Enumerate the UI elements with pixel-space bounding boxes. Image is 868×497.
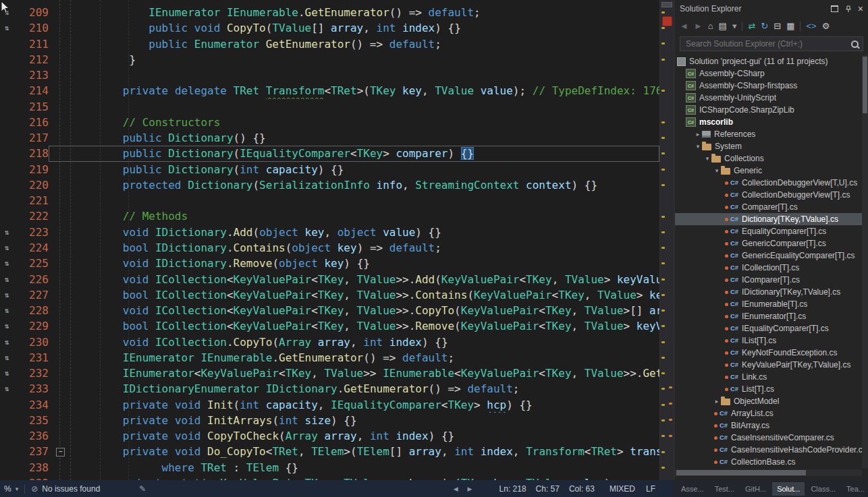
search-input[interactable] bbox=[684, 38, 848, 49]
code-line-221[interactable]: 221 bbox=[0, 193, 659, 208]
nav-back-icon[interactable]: ◄ bbox=[680, 22, 688, 30]
code-text[interactable]: void IDictionary.Add(object key, object … bbox=[49, 225, 659, 240]
refresh-icon[interactable]: ↻ bbox=[761, 22, 768, 30]
code-line-219[interactable]: 219 public Dictionary(int capacity) {} bbox=[0, 162, 659, 177]
tree-vertical-scrollbar[interactable] bbox=[862, 55, 868, 468]
char-indicator[interactable]: Ch: 57 bbox=[536, 484, 560, 494]
line-number[interactable]: 209 bbox=[13, 5, 49, 20]
code-line-227[interactable]: ⇅227 bool ICollection<KeyValuePair<TKey,… bbox=[0, 287, 659, 303]
code-text[interactable]: public Enumerator GetEnumerator() => def… bbox=[49, 36, 659, 52]
code-line-229[interactable]: ⇅229 bool ICollection<KeyValuePair<TKey,… bbox=[0, 318, 659, 334]
code-text[interactable]: bool ICollection<KeyValuePair<TKey, TVal… bbox=[49, 287, 659, 303]
tree-item[interactable]: C#CaseInsensitiveHashCodeProvider.cs bbox=[675, 444, 862, 456]
switch-views-dropdown-icon[interactable]: ▾ bbox=[732, 22, 737, 30]
code-text[interactable] bbox=[49, 67, 659, 83]
collapse-arrow-icon[interactable]: ▾ bbox=[713, 167, 721, 174]
line-number[interactable]: 211 bbox=[13, 36, 49, 52]
line-number[interactable]: 224 bbox=[13, 240, 49, 256]
hscroll-left-icon[interactable]: ◀ bbox=[454, 486, 458, 492]
panel-title-bar[interactable]: Solution Explorer × bbox=[675, 0, 868, 18]
tree-item[interactable]: C#IEnumerator[T].cs bbox=[675, 310, 862, 322]
code-text[interactable]: public Dictionary() {} bbox=[49, 130, 659, 146]
editor-vertical-scrollbar[interactable] bbox=[659, 0, 674, 480]
tree-item[interactable]: C#CollectionDebuggerView[T].cs bbox=[675, 189, 862, 201]
implements-indicator-icon[interactable]: ⇅ bbox=[0, 334, 13, 350]
implements-indicator-icon[interactable]: ⇅ bbox=[0, 303, 13, 318]
collapse-arrow-icon[interactable]: ▾ bbox=[703, 155, 711, 162]
line-number[interactable]: 239 bbox=[13, 475, 49, 480]
line-number[interactable]: 226 bbox=[13, 272, 49, 287]
encoding-indicator[interactable]: MIXED bbox=[609, 484, 635, 494]
panel-tab-gith[interactable]: GitH... bbox=[740, 482, 771, 496]
code-line-220[interactable]: 220 protected Dictionary(SerializationIn… bbox=[0, 177, 659, 193]
line-number[interactable]: 213 bbox=[13, 67, 49, 83]
collapse-all-icon[interactable]: ⊟ bbox=[774, 22, 781, 30]
hscroll-right-icon[interactable]: ▶ bbox=[468, 486, 472, 492]
editor-split-handle[interactable] bbox=[661, 2, 672, 7]
line-number[interactable]: 216 bbox=[13, 115, 49, 130]
code-text[interactable]: where TRet : TElem {} bbox=[49, 460, 659, 475]
line-number[interactable]: 222 bbox=[13, 208, 49, 224]
search-icon[interactable] bbox=[851, 40, 859, 48]
tree-item[interactable]: C#IComparer[T].cs bbox=[675, 274, 862, 286]
collapse-arrow-icon[interactable]: ▾ bbox=[694, 143, 702, 150]
implements-indicator-icon[interactable]: ⇅ bbox=[0, 225, 13, 240]
tree-item[interactable]: C#GenericComparer[T].cs bbox=[675, 237, 862, 250]
code-text[interactable]: // Methods bbox=[49, 208, 659, 224]
tree-item[interactable]: C#KeyValuePair[TKey,TValue].cs bbox=[675, 359, 862, 371]
code-line-223[interactable]: ⇅223 void IDictionary.Add(object key, ob… bbox=[0, 225, 659, 240]
code-line-214[interactable]: 214 private delegate TRet Transform<TRet… bbox=[0, 83, 659, 98]
code-line-236[interactable]: 236 private void CopyToCheck(Array array… bbox=[0, 428, 659, 444]
edit-mode-icon[interactable]: ✎ bbox=[139, 484, 146, 494]
code-editor[interactable]: ⇅209 IEnumerator IEnumerable.GetEnumerat… bbox=[0, 0, 659, 480]
code-text[interactable]: bool ICollection<KeyValuePair<TKey, TVal… bbox=[49, 318, 659, 334]
panel-tab-class[interactable]: Class... bbox=[806, 482, 840, 496]
code-line-239[interactable]: 239 private static KeyValuePair<TKey, TV… bbox=[0, 475, 659, 480]
home-icon[interactable]: ⌂ bbox=[708, 22, 713, 30]
line-number[interactable]: 238 bbox=[13, 460, 49, 475]
line-number[interactable]: 234 bbox=[13, 397, 49, 413]
code-text[interactable]: private void Do_CopyTo<TRet, TElem>(TEle… bbox=[49, 444, 659, 459]
code-text[interactable]: void ICollection<KeyValuePair<TKey, TVal… bbox=[49, 303, 659, 318]
show-all-files-icon[interactable]: ▦ bbox=[786, 22, 794, 30]
expand-arrow-icon[interactable]: ▸ bbox=[694, 131, 702, 138]
code-text[interactable]: void ICollection<KeyValuePair<TKey, TVal… bbox=[49, 272, 659, 287]
line-number[interactable]: 229 bbox=[13, 318, 49, 334]
line-ending-indicator[interactable]: LF bbox=[646, 484, 655, 494]
tree-item[interactable]: C#CollectionDebuggerView[T,U].cs bbox=[675, 177, 862, 189]
code-line-232[interactable]: ⇅232 IEnumerator<KeyValuePair<TKey, TVal… bbox=[0, 366, 659, 381]
tree-item[interactable]: ▾Collections bbox=[675, 152, 862, 165]
code-text[interactable]: private void CopyToCheck(Array array, in… bbox=[49, 428, 659, 444]
implements-indicator-icon[interactable]: ⇅ bbox=[0, 20, 13, 36]
code-text[interactable]: IEnumerator IEnumerable.GetEnumerator() … bbox=[49, 350, 659, 366]
line-number[interactable]: 231 bbox=[13, 350, 49, 366]
code-line-237[interactable]: 237 private void Do_CopyTo<TRet, TElem>(… bbox=[0, 444, 659, 459]
code-text[interactable]: IDictionaryEnumerator IDictionary.GetEnu… bbox=[49, 381, 659, 397]
implements-indicator-icon[interactable]: ⇅ bbox=[0, 318, 13, 334]
code-text[interactable]: public void CopyTo(TValue[] array, int i… bbox=[49, 20, 659, 36]
code-line-212[interactable]: 212 } bbox=[0, 52, 659, 67]
line-number[interactable]: 233 bbox=[13, 381, 49, 397]
tree-item[interactable]: C#CaseInsensitiveComparer.cs bbox=[675, 432, 862, 444]
tree-item[interactable]: C#BitArray.cs bbox=[675, 419, 862, 432]
panel-tab-solut[interactable]: Solut... bbox=[772, 482, 805, 496]
tree-item[interactable]: C#Assembly-UnityScript bbox=[675, 92, 862, 104]
panel-tab-asse[interactable]: Asse... bbox=[676, 482, 709, 496]
tree-item[interactable]: ▸References bbox=[675, 128, 862, 140]
line-number[interactable]: 219 bbox=[13, 162, 49, 177]
tree-item[interactable]: C#List[T].cs bbox=[675, 383, 862, 395]
sync-with-active-document-icon[interactable]: ⇄ bbox=[748, 22, 755, 30]
nav-forward-icon[interactable]: ► bbox=[694, 22, 703, 30]
zoom-control[interactable]: % bbox=[4, 484, 11, 494]
code-text[interactable]: void IDictionary.Remove(object key) {} bbox=[49, 256, 659, 271]
code-line-218[interactable]: 218 public Dictionary(IEqualityComparer<… bbox=[0, 146, 659, 161]
implements-indicator-icon[interactable]: ⇅ bbox=[0, 256, 13, 271]
tree-item[interactable]: C#IList[T].cs bbox=[675, 334, 862, 347]
implements-indicator-icon[interactable]: ⇅ bbox=[0, 272, 13, 287]
panel-tab-tea[interactable]: Tea... bbox=[842, 482, 868, 496]
code-line-224[interactable]: ⇅224 bool IDictionary.Contains(object ke… bbox=[0, 240, 659, 256]
code-line-215[interactable]: 215 bbox=[0, 99, 659, 115]
issues-indicator[interactable]: ⊘ No issues found bbox=[31, 484, 100, 494]
code-line-231[interactable]: ⇅231 IEnumerator IEnumerable.GetEnumerat… bbox=[0, 350, 659, 366]
line-number[interactable]: 223 bbox=[13, 225, 49, 240]
